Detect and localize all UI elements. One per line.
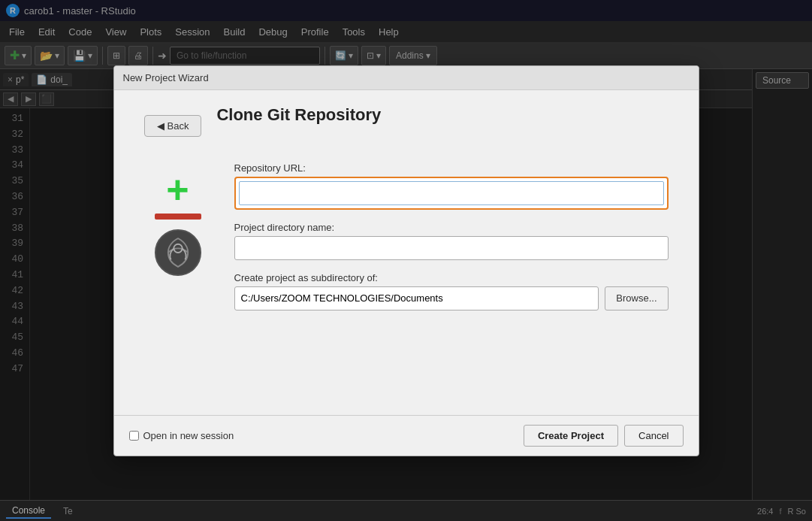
open-session-label[interactable]: Open in new session xyxy=(143,430,234,441)
cancel-button[interactable]: Cancel xyxy=(624,425,683,447)
wizard-title: New Project Wizard xyxy=(123,72,209,83)
dialog-title: Clone Git Repository xyxy=(216,105,381,125)
browse-button[interactable]: Browse... xyxy=(605,286,668,310)
repo-url-input[interactable] xyxy=(239,181,664,205)
back-button[interactable]: ◀ Back xyxy=(144,115,202,137)
modal-header: New Project Wizard xyxy=(114,66,699,90)
open-session-row: Open in new session xyxy=(129,430,234,441)
project-dir-group: Project directory name: xyxy=(234,222,669,260)
git-logo-icon xyxy=(154,229,202,277)
form-area: Repository URL: Project directory name: … xyxy=(234,162,669,323)
git-icon-area: + xyxy=(144,170,212,277)
subdir-group: Create project as subdirectory of: Brows… xyxy=(234,272,669,310)
subdir-label: Create project as subdirectory of: xyxy=(234,272,669,283)
subdir-input[interactable] xyxy=(234,286,599,310)
subdir-row: Browse... xyxy=(234,286,669,310)
repo-url-group: Repository URL: xyxy=(234,162,669,210)
git-plus-icon: + xyxy=(166,170,189,209)
repo-url-wrapper xyxy=(234,177,669,210)
repo-url-label: Repository URL: xyxy=(234,162,669,174)
modal-dialog: New Project Wizard ◀ Back Clone Git Repo… xyxy=(113,65,699,456)
project-dir-input[interactable] xyxy=(234,236,669,260)
modal-nav: ◀ Back Clone Git Repository xyxy=(144,105,669,147)
modal-footer: Open in new session Create Project Cance… xyxy=(114,415,699,456)
modal-content: + Repository URL xyxy=(144,162,669,323)
open-session-checkbox[interactable] xyxy=(129,431,139,441)
modal-overlay: New Project Wizard ◀ Back Clone Git Repo… xyxy=(0,0,812,521)
back-chevron-icon: ◀ xyxy=(157,120,165,132)
modal-body: ◀ Back Clone Git Repository + xyxy=(114,90,699,415)
footer-buttons: Create Project Cancel xyxy=(524,425,684,447)
git-minus-bar xyxy=(155,214,201,220)
create-project-button[interactable]: Create Project xyxy=(524,425,618,447)
project-dir-label: Project directory name: xyxy=(234,222,669,233)
